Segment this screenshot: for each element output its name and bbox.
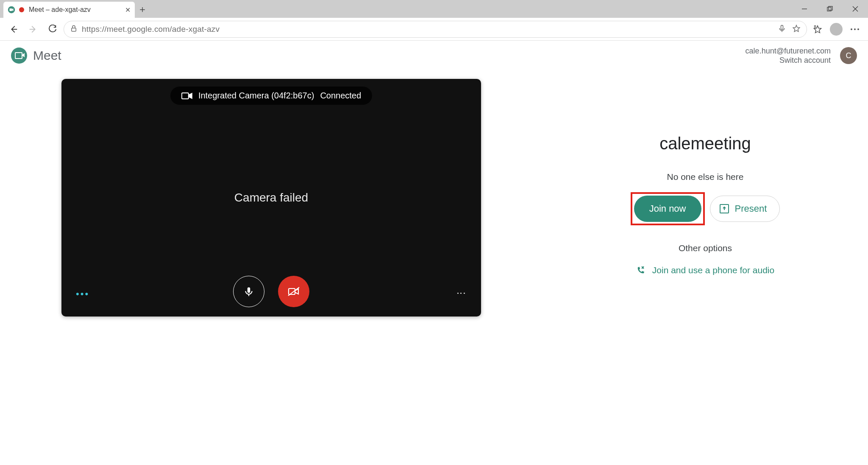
join-panel: calemeeting No one else is here Join now… bbox=[542, 79, 868, 317]
new-tab-button[interactable]: ＋ bbox=[135, 2, 150, 17]
account-email: cale.hunt@futurenet.com bbox=[746, 46, 831, 56]
favorites-button[interactable] bbox=[810, 21, 826, 37]
participants-status: No one else is here bbox=[667, 172, 744, 182]
browser-tab[interactable]: Meet – ade-xgat-azv ✕ bbox=[3, 2, 135, 18]
browser-profile-button[interactable] bbox=[828, 21, 844, 37]
camera-device-name: Integrated Camera (04f2:b67c) bbox=[198, 91, 314, 101]
phone-audio-link[interactable]: Join and use a phone for audio bbox=[636, 265, 774, 275]
microphone-toggle-button[interactable] bbox=[233, 276, 264, 307]
camera-off-icon bbox=[287, 286, 300, 297]
profile-avatar-icon bbox=[830, 23, 843, 36]
close-icon bbox=[852, 6, 858, 12]
account-avatar[interactable]: C bbox=[840, 47, 857, 64]
visual-effects-button[interactable]: ••• bbox=[76, 289, 89, 300]
recording-dot-icon bbox=[19, 7, 25, 13]
phone-audio-label: Join and use a phone for audio bbox=[652, 265, 774, 275]
arrow-left-icon bbox=[9, 25, 18, 34]
join-now-button[interactable]: Join now bbox=[634, 196, 701, 222]
meet-logo[interactable]: Meet bbox=[11, 48, 61, 64]
camera-toggle-button[interactable] bbox=[278, 276, 309, 307]
maximize-icon bbox=[827, 6, 833, 12]
switch-account-link[interactable]: Switch account bbox=[746, 56, 831, 65]
meet-header: Meet cale.hunt@futurenet.com Switch acco… bbox=[0, 41, 868, 70]
other-options-label: Other options bbox=[679, 243, 732, 253]
meet-favicon-icon bbox=[8, 6, 15, 14]
browser-toolbar: https://meet.google.com/ade-xgat-azv bbox=[0, 18, 868, 41]
tab-title: Meet – ade-xgat-azv bbox=[29, 6, 121, 14]
window-maximize-button[interactable] bbox=[817, 0, 843, 18]
browser-titlebar: Meet – ade-xgat-azv ✕ ＋ bbox=[0, 0, 868, 18]
window-close-button[interactable] bbox=[843, 0, 868, 18]
dots-horizontal-icon bbox=[850, 28, 860, 31]
present-icon bbox=[720, 204, 729, 213]
phone-audio-icon bbox=[636, 266, 645, 275]
microphone-icon bbox=[243, 286, 254, 297]
annotation-highlight: Join now bbox=[631, 192, 705, 225]
svg-rect-20 bbox=[248, 287, 250, 293]
svg-rect-4 bbox=[827, 7, 831, 11]
svg-rect-5 bbox=[829, 6, 832, 10]
main-content: Integrated Camera (04f2:b67c) Connected … bbox=[0, 70, 868, 317]
meet-product-name: Meet bbox=[33, 48, 61, 63]
avatar-initial: C bbox=[846, 51, 851, 60]
refresh-button[interactable] bbox=[44, 21, 61, 38]
svg-point-18 bbox=[857, 28, 859, 30]
svg-rect-10 bbox=[72, 28, 76, 31]
back-button[interactable] bbox=[5, 21, 22, 38]
camera-connection-status: Connected bbox=[320, 91, 361, 101]
forward-button bbox=[25, 21, 42, 38]
present-button[interactable]: Present bbox=[710, 196, 780, 222]
svg-rect-19 bbox=[182, 93, 189, 99]
meet-logo-icon bbox=[11, 48, 27, 64]
preview-column: Integrated Camera (04f2:b67c) Connected … bbox=[0, 79, 542, 317]
url-text: https://meet.google.com/ade-xgat-azv bbox=[82, 25, 220, 34]
favorites-icon bbox=[813, 25, 822, 34]
lock-icon bbox=[70, 25, 78, 34]
svg-rect-11 bbox=[781, 25, 783, 29]
bookmark-star-icon[interactable] bbox=[792, 24, 801, 34]
preview-more-button[interactable]: ⋮ bbox=[456, 289, 467, 299]
mic-permission-icon[interactable] bbox=[778, 24, 786, 34]
refresh-icon bbox=[48, 25, 57, 34]
browser-menu-button[interactable] bbox=[847, 21, 863, 37]
join-button-row: Join now Present bbox=[631, 192, 780, 225]
present-label: Present bbox=[735, 203, 767, 214]
svg-point-2 bbox=[19, 7, 24, 12]
svg-point-16 bbox=[851, 28, 852, 30]
tab-favicons bbox=[8, 6, 25, 14]
svg-rect-1 bbox=[10, 8, 12, 11]
camera-status-pill: Integrated Camera (04f2:b67c) Connected bbox=[170, 87, 372, 105]
camera-icon bbox=[181, 92, 192, 100]
meeting-name: calemeeting bbox=[659, 134, 751, 153]
arrow-right-icon bbox=[28, 25, 38, 34]
account-info: cale.hunt@futurenet.com Switch account bbox=[746, 46, 831, 65]
preview-controls bbox=[233, 276, 309, 307]
window-minimize-button[interactable] bbox=[792, 0, 817, 18]
camera-error-text: Camera failed bbox=[234, 191, 308, 204]
tab-close-button[interactable]: ✕ bbox=[125, 6, 131, 14]
video-preview: Integrated Camera (04f2:b67c) Connected … bbox=[61, 79, 481, 317]
minimize-icon bbox=[801, 6, 807, 12]
svg-point-17 bbox=[854, 28, 856, 30]
window-controls bbox=[792, 0, 868, 18]
address-bar[interactable]: https://meet.google.com/ade-xgat-azv bbox=[64, 21, 807, 38]
